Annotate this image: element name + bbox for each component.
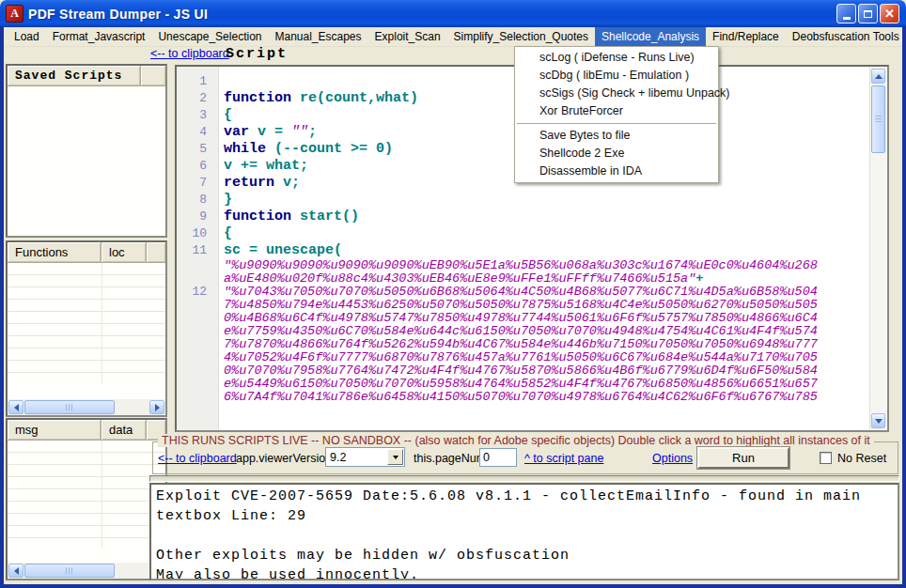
saved-scripts-panel: Saved Scripts <box>6 64 167 238</box>
functions-table-body[interactable] <box>8 263 165 384</box>
menu-item-deobsfuscation-tools[interactable]: Deobsfuscation Tools <box>786 27 906 46</box>
dropdown-arrow-icon <box>393 456 398 459</box>
loc-column-header[interactable]: loc <box>102 242 147 262</box>
code-line: 7%u7870%u4866%u764f%u5262%u594b%u4C67%u5… <box>177 338 870 351</box>
menu-item-scsigs-sig-check-libemu-unpack[interactable]: scSigs (Sig Check + libemu Unpack) <box>515 85 718 102</box>
code-text: a%uE480%u020f%u88c4%u4303%uEB46%uE8e9%uF… <box>207 272 703 286</box>
menu-item-sclog-idefense-runs-live[interactable]: scLog ( iDefense - Runs Live) <box>515 49 718 67</box>
to-clipboard-link-top[interactable]: <-- to clipboard <box>150 47 229 60</box>
code-line: e%u7759%u4350%u6C70%u584e%u644c%u6150%u7… <box>177 325 870 338</box>
code-line: 7%u4850%u794e%u4453%u6250%u5070%u5050%u7… <box>177 299 870 312</box>
code-line: e%u5449%u6150%u7050%u7070%u5958%u4764%u5… <box>177 378 870 391</box>
scroll-right-button[interactable] <box>149 400 164 414</box>
viewer-version-label: app.viewerVersion : <box>236 452 338 465</box>
scroll-thumb[interactable] <box>24 400 115 414</box>
code-line: 11sc = unescape( <box>177 242 870 259</box>
scroll-up-icon <box>875 74 883 79</box>
line-number <box>177 312 207 325</box>
functions-column-header[interactable]: Functions <box>8 242 102 262</box>
msg-table-body[interactable] <box>8 441 165 548</box>
line-number <box>177 299 207 312</box>
scroll-left-button[interactable] <box>8 564 23 578</box>
line-number: 6 <box>177 158 207 175</box>
menu-item-format-javascript[interactable]: Format_Javascript <box>46 27 152 46</box>
code-text: while (--count >= 0) <box>207 141 393 158</box>
scroll-thumb[interactable] <box>871 85 885 153</box>
window-border-left <box>0 26 4 588</box>
run-button[interactable]: Run <box>697 447 789 469</box>
menu-item-exploit-scan[interactable]: Exploit_Scan <box>368 27 447 46</box>
to-script-pane-link[interactable]: ^ to script pane <box>524 452 603 465</box>
code-text: e%u7759%u4350%u6C70%u584e%u644c%u6150%u7… <box>207 325 818 338</box>
saved-scripts-list[interactable] <box>8 86 165 234</box>
scroll-down-button[interactable] <box>871 413 885 428</box>
to-clipboard-link-bottom[interactable]: <-- to clipboard <box>158 452 237 465</box>
window-border-bottom <box>0 584 906 588</box>
code-text: 7%u7870%u4866%u764f%u5262%u594b%u4C67%u5… <box>207 338 818 351</box>
menu-item-xor-bruteforcer[interactable]: Xor BruteForcer <box>515 102 718 120</box>
line-number <box>177 351 207 364</box>
code-text: 4%u7052%u4F6f%u7777%u6870%u7876%u457a%u7… <box>207 351 818 364</box>
msg-hscrollbar[interactable] <box>8 563 165 579</box>
app-icon[interactable]: A <box>6 5 23 23</box>
options-link[interactable]: Options <box>652 452 693 465</box>
functions-hscrollbar[interactable] <box>8 399 165 415</box>
saved-scripts-header[interactable]: Saved Scripts <box>8 66 141 85</box>
scroll-left-button[interactable] <box>8 400 23 414</box>
sandbox-warning-text: THIS RUNS SCRIPTS LIVE -- NO SANDBOX -- … <box>158 434 874 447</box>
minimize-button[interactable] <box>836 4 856 23</box>
script-pane-label: Script <box>226 46 288 62</box>
scroll-left-icon <box>14 404 19 411</box>
code-text: 0%u7070%u7958%u7764%u7472%u4F4f%u4767%u5… <box>207 364 818 378</box>
line-number: 2 <box>177 90 207 107</box>
code-line: "%u9090%u9090%u9090%u9090%uEB90%u5E1a%u5… <box>177 259 870 272</box>
column-divider <box>102 263 102 384</box>
viewer-version-value: 9.2 <box>326 451 387 464</box>
line-number: 3 <box>177 107 207 124</box>
menu-item-unescape-selection[interactable]: Unescape_Selection <box>151 27 268 46</box>
menu-item-shellcode-2-exe[interactable]: Shellcode 2 Exe <box>515 145 718 162</box>
code-text: sc = unescape( <box>207 242 342 259</box>
code-text: var v = ""; <box>207 124 317 141</box>
output-textbox[interactable]: Exploit CVE-2007-5659 Date:5.6.08 v8.1.1… <box>149 483 899 580</box>
scroll-left-icon <box>14 567 19 575</box>
output-line: Other exploits may be hidden w/ obsfusca… <box>156 546 893 565</box>
menu-item-find-replace[interactable]: Find/Replace <box>706 27 786 46</box>
line-number <box>177 259 207 272</box>
code-line: 0%u7070%u7958%u7764%u7472%u4F4f%u4767%u5… <box>177 364 870 378</box>
saved-scripts-header-stub <box>141 66 165 85</box>
menu-item-shellcode-analysis[interactable]: Shellcode_Analysis <box>595 27 706 46</box>
output-line <box>156 526 893 546</box>
code-text: "%u7043%u7050%u7070%u5050%u6B68%u5064%u4… <box>207 286 818 299</box>
menu-item-manual-escapes[interactable]: Manual_Escapes <box>268 27 367 46</box>
code-text <box>207 73 224 90</box>
data-column-header[interactable]: data <box>102 420 147 440</box>
msg-column-header[interactable]: msg <box>8 420 102 440</box>
page-num-input[interactable] <box>479 448 517 467</box>
functions-panel: Functions loc <box>6 240 167 417</box>
output-line: May also be used innocently. <box>156 565 893 580</box>
progress-bar <box>149 475 899 482</box>
menu-item-save-bytes-to-file[interactable]: Save Bytes to file <box>515 127 718 145</box>
menu-item-scdbg-libemu-emulation[interactable]: scDbg ( libEmu - Emulation ) <box>515 67 718 85</box>
code-text: 7%u4850%u794e%u4453%u6250%u5070%u5050%u7… <box>207 299 818 312</box>
maximize-button[interactable] <box>858 4 878 23</box>
maximize-icon <box>864 10 872 18</box>
combo-dropdown-button[interactable] <box>387 449 403 465</box>
menu-item-load[interactable]: Load <box>8 27 46 46</box>
menu-item-simplify-selection-quotes[interactable]: Simplify_Selection_Quotes <box>447 27 595 46</box>
no-reset-checkbox[interactable] <box>820 452 832 464</box>
menu-item-disassemble-in-ida[interactable]: Disassemble in IDA <box>515 162 718 180</box>
output-line: Exploit CVE-2007-5659 Date:5.6.08 v8.1.1… <box>156 487 893 506</box>
scroll-right-icon <box>155 404 160 411</box>
scroll-thumb[interactable] <box>24 564 115 578</box>
close-button[interactable]: ✕ <box>880 4 899 23</box>
editor-vscrollbar[interactable] <box>869 68 886 429</box>
viewer-version-select[interactable]: 9.2 <box>325 447 405 467</box>
code-text: } <box>207 192 232 209</box>
line-number: 10 <box>177 225 207 242</box>
code-text: 0%u4B68%u6C4f%u4978%u5747%u7850%u4978%u7… <box>207 312 818 325</box>
code-text: 6%u7A4f%u7041%u786e%u6458%u4150%u5070%u7… <box>207 391 818 404</box>
scroll-up-button[interactable] <box>871 69 885 84</box>
code-text: { <box>207 225 232 242</box>
